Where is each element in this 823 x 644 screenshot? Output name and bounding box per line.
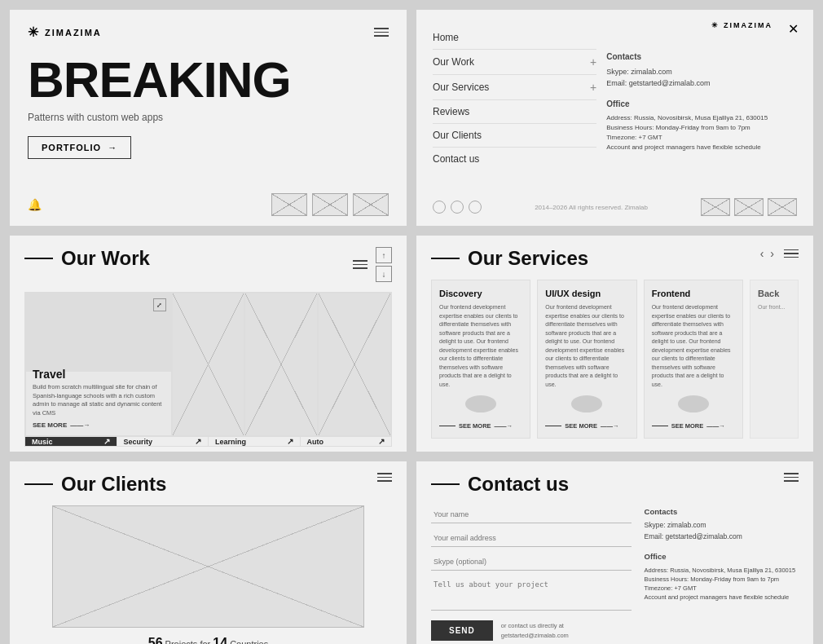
category-auto[interactable]: Auto ↗ xyxy=(301,437,392,446)
service-card-frontend: Frontend Our frontend development expert… xyxy=(644,280,743,439)
social-circle-2[interactable] xyxy=(451,201,464,214)
menu-contacts: Contacts Skype: zimalab.com Email: getst… xyxy=(606,51,797,161)
arrow-right-2-icon: ——→ xyxy=(601,422,619,430)
uxdesign-see-more[interactable]: SEE MORE ——→ xyxy=(545,422,628,430)
menu-wire-3 xyxy=(768,198,797,216)
hero-wireframes xyxy=(271,193,389,216)
menu-wireframes xyxy=(701,198,797,216)
frontend-see-more[interactable]: SEE MORE ——→ xyxy=(652,422,735,430)
close-button[interactable]: ✕ xyxy=(788,21,799,37)
menu-item-contact[interactable]: Contact us xyxy=(433,148,596,170)
portfolio-button[interactable]: PORTFOLIO → xyxy=(28,136,131,159)
music-arrow-icon: ↗ xyxy=(103,437,110,446)
contact-title: Contact us xyxy=(468,473,569,496)
work-card-desc: Build from scratch multilingual site for… xyxy=(33,383,165,417)
send-button[interactable]: SEND xyxy=(431,620,493,641)
work-card-title: Travel xyxy=(33,368,165,381)
office-heading: Office xyxy=(606,98,797,111)
contact-hamburger[interactable] xyxy=(784,473,799,482)
work-categories: Music ↗ Security ↗ Learning ↗ Auto ↗ xyxy=(25,436,391,446)
menu-item-our-services[interactable]: Our Services + xyxy=(433,75,596,100)
backend-title: Back xyxy=(758,289,790,298)
contact-layout: SEND or contact us directly at getstarte… xyxy=(431,505,799,641)
contacts-section: Contacts Skype: zimalab.com Email: getst… xyxy=(606,51,797,90)
menu-contact-label: Contact us xyxy=(433,153,479,165)
see-more-line-3-icon xyxy=(652,426,668,426)
work-title-area: Our Work xyxy=(24,247,150,270)
work-main-content: Travel Build from scratch multilingual s… xyxy=(33,368,165,429)
services-section-line xyxy=(431,258,460,259)
panel-contact: Contact us SEND or contact us directly a… xyxy=(416,461,813,644)
discovery-title: Discovery xyxy=(439,289,522,298)
clients-image xyxy=(52,505,364,628)
project-textarea[interactable] xyxy=(431,576,632,611)
menu-item-our-clients[interactable]: Our Clients xyxy=(433,124,596,148)
service-card-backend: Back Our front... xyxy=(750,280,799,439)
services-hamburger[interactable] xyxy=(784,249,799,258)
logo-star-icon: ✳ xyxy=(28,24,40,40)
menu-brand-name: ZIMAZIMA xyxy=(724,21,772,29)
clients-hamburger[interactable] xyxy=(377,473,392,482)
uxdesign-title: UI/UX design xyxy=(545,289,628,298)
expand-button[interactable]: ⤢ xyxy=(153,298,166,311)
contact-contacts-heading: Contacts xyxy=(645,505,799,518)
menu-home-label: Home xyxy=(433,32,459,43)
menu-footer-text: 2014–2026 All rights reserved. Zimalab xyxy=(535,204,648,211)
menu-item-home[interactable]: Home xyxy=(433,26,596,50)
hero-subtitle: Patterns with custom web apps xyxy=(28,112,389,123)
contact-section-line xyxy=(431,483,460,485)
wireframe-3 xyxy=(353,193,389,216)
countries-label: Countries xyxy=(230,639,268,644)
logo: ✳ ZIMAZIMA xyxy=(28,24,102,40)
scroll-up-button[interactable]: ↑ xyxy=(376,247,392,263)
work-see-more[interactable]: SEE MORE ——→ xyxy=(33,421,165,429)
service-card-uxdesign: UI/UX design Our frontend development ex… xyxy=(537,280,636,439)
social-circle-1[interactable] xyxy=(433,201,446,214)
work-hamburger[interactable] xyxy=(353,260,367,269)
panel-hero: ✳ ZIMAZIMA BREAKING Patterns with custom… xyxy=(10,10,407,226)
contact-title-area: Contact us xyxy=(431,473,569,496)
category-music[interactable]: Music ↗ xyxy=(25,437,117,446)
category-learning[interactable]: Learning ↗ xyxy=(209,437,301,446)
scroll-controls: ↑ ↓ xyxy=(376,247,392,282)
phone-icon: 🔔 xyxy=(28,198,42,211)
menu-item-reviews[interactable]: Reviews xyxy=(433,100,596,124)
contact-office-heading: Office xyxy=(645,550,799,562)
work-controls: ↑ ↓ xyxy=(353,247,392,282)
plus-icon: + xyxy=(590,55,596,68)
contact-contacts-section: Contacts Skype: zimalab.com Email: getst… xyxy=(645,505,799,542)
hero-title: BREAKING xyxy=(28,55,389,105)
backend-text: Our front... xyxy=(758,303,790,430)
hamburger-menu[interactable] xyxy=(374,28,389,37)
work-header: Our Work ↑ ↓ xyxy=(24,247,392,282)
skype-input[interactable] xyxy=(431,554,632,571)
email-input[interactable] xyxy=(431,530,632,547)
services-title-area: Our Services xyxy=(431,247,588,270)
name-input[interactable] xyxy=(431,506,632,523)
frontend-image xyxy=(678,395,709,412)
scroll-down-button[interactable]: ↓ xyxy=(376,266,392,282)
social-circle-3[interactable] xyxy=(469,201,482,214)
category-security[interactable]: Security ↗ xyxy=(117,437,209,446)
or-contact-text: or contact us directly at getstarted@zim… xyxy=(501,621,569,640)
uxdesign-see-more-label: SEE MORE xyxy=(565,422,597,430)
send-row: SEND or contact us directly at getstarte… xyxy=(431,620,632,641)
panel-our-services: Our Services ‹ › Discovery Our frontend … xyxy=(416,236,813,452)
see-more-line-icon xyxy=(439,426,456,426)
discovery-see-more[interactable]: SEE MORE ——→ xyxy=(439,422,522,430)
wireframe-1 xyxy=(271,193,307,216)
brand-name: ZIMAZIMA xyxy=(45,28,102,37)
countries-count: 14 xyxy=(213,636,227,644)
panel-menu: ✳ ZIMAZIMA ✕ Home Our Work + Our Service… xyxy=(416,10,813,226)
menu-item-our-work[interactable]: Our Work + xyxy=(433,50,596,75)
arrow-icon: → xyxy=(108,143,117,152)
menu-wire-1 xyxy=(701,198,730,216)
contacts-heading: Contacts xyxy=(606,51,797,64)
work-thumb-2 xyxy=(244,293,318,436)
email-info: Email: getstarted@zimalab.com xyxy=(606,77,797,89)
see-more-line-2-icon xyxy=(545,426,561,426)
prev-arrow[interactable]: ‹ xyxy=(760,247,764,260)
menu-our-work-label: Our Work xyxy=(433,56,474,68)
projects-count: 56 xyxy=(148,636,163,644)
next-arrow[interactable]: › xyxy=(770,247,774,260)
